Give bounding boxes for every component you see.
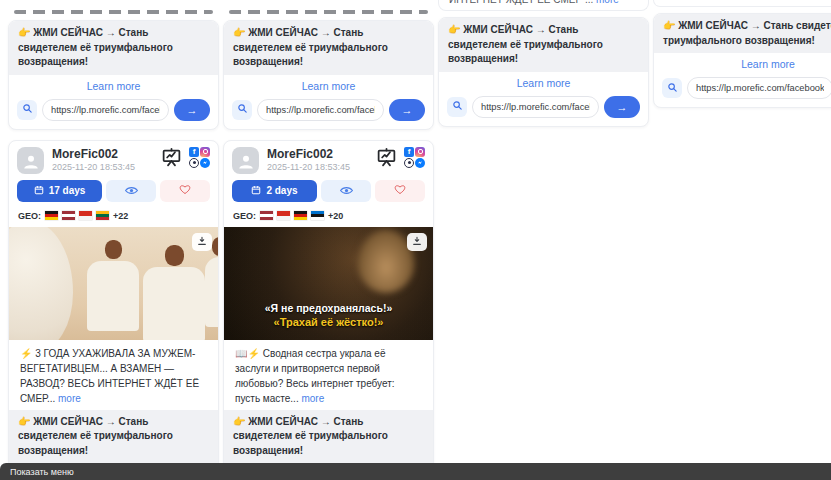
url-row: → [654, 74, 831, 107]
ad-headline: 👉 ЖМИ СЕЙЧАС → Стань свидетелем её триум… [224, 21, 433, 75]
days-label: 17 days [49, 185, 86, 196]
eye-icon [340, 183, 353, 198]
card-header: MoreFic002 2025-11-20 18:53:45 f [9, 141, 218, 176]
geo-flags [45, 211, 109, 220]
more-link[interactable]: more [58, 393, 81, 404]
days-label: 2 days [266, 185, 297, 196]
account-info: MoreFic002 2025-11-20 18:53:45 [52, 147, 135, 172]
account-name: MoreFic002 [267, 147, 350, 161]
calendar-icon [251, 185, 261, 197]
search-button[interactable] [447, 97, 467, 117]
country-flag-icon [311, 211, 324, 220]
landing-url-input[interactable] [687, 77, 831, 99]
favorite-button[interactable] [160, 180, 210, 202]
country-flag-icon [96, 211, 109, 220]
creative-datetime: 2025-11-20 18:53:45 [267, 162, 350, 172]
creatives-grid: 👉 ЖМИ СЕЙЧАС → Стань свидетелем её триум… [0, 0, 831, 480]
creative-figure [212, 237, 218, 256]
landing-url-input[interactable] [42, 99, 169, 121]
card-actions: 17 days [9, 176, 218, 210]
audience-network-icon [189, 158, 199, 168]
overlay-line-1: «Я не предохранялась!» [224, 302, 433, 314]
creative-card-footer: 👉 ЖМИ СЕЙЧАС → Стань свидетелем её триум… [438, 17, 649, 127]
geo-row: GEO: +22 [9, 210, 218, 227]
open-url-button[interactable]: → [389, 99, 425, 121]
creative-image[interactable]: «Я не предохранялась!» «Трахай её жёстко… [224, 227, 433, 340]
avatar [17, 147, 44, 174]
url-row: → [224, 96, 433, 129]
heart-icon [394, 183, 406, 198]
presentation-chart-icon[interactable] [376, 147, 397, 172]
days-active-button[interactable]: 17 days [17, 180, 102, 202]
eye-icon [125, 183, 138, 198]
download-image-button[interactable] [192, 233, 212, 251]
ad-headline: 👉 ЖМИ СЕЙЧАС → Стань свидетелем её триум… [224, 410, 433, 464]
grid-column-4: 👉 ЖМИ СЕЙЧАС → Стань свидетелем её триум… [653, 0, 831, 108]
more-link[interactable]: more [596, 0, 619, 5]
creative-card-footer: 👉 ЖМИ СЕЙЧАС → Стань свидетелем её триум… [223, 20, 434, 130]
learn-more-link[interactable]: Learn more [654, 53, 831, 74]
url-row: → [9, 96, 218, 129]
search-button[interactable] [232, 100, 252, 120]
avatar [232, 147, 259, 174]
account-name: MoreFic002 [52, 147, 135, 161]
creative-card: MoreFic002 2025-11-20 18:53:45 f 17 [8, 140, 219, 480]
bottom-menu-bar: Показать меню [0, 463, 831, 480]
landing-url-input[interactable] [257, 99, 384, 121]
download-image-button[interactable] [407, 233, 427, 251]
card-actions: 2 days [224, 176, 433, 210]
ad-headline: 👉 ЖМИ СЕЙЧАС → Стань свидетелем её триум… [439, 18, 648, 72]
open-url-button[interactable]: → [174, 99, 210, 121]
geo-label: GEO: [18, 211, 41, 221]
favorite-button[interactable] [375, 180, 425, 202]
preview-button[interactable] [321, 180, 371, 202]
creative-card: MoreFic002 2025-11-20 18:53:45 f 2 [223, 140, 434, 480]
open-url-button[interactable]: → [604, 96, 640, 118]
messenger-icon [200, 158, 210, 168]
url-row: → [439, 93, 648, 126]
creative-image[interactable] [9, 227, 218, 340]
creative-figure [143, 267, 205, 340]
header-icons: f [161, 147, 210, 172]
search-button[interactable] [662, 78, 682, 98]
creative-card-footer: 👉 ЖМИ СЕЙЧАС → Стань свидетелем её триум… [8, 20, 219, 130]
learn-more-link[interactable]: Learn more [9, 75, 218, 96]
preview-button[interactable] [106, 180, 156, 202]
presentation-chart-icon[interactable] [161, 147, 182, 172]
ad-headline: 👉 ЖМИ СЕЙЧАС → Стань свидетелем её триум… [9, 410, 218, 464]
search-icon [237, 102, 248, 117]
creative-figure [165, 245, 184, 266]
instagram-icon [415, 147, 425, 157]
grid-column-1: 👉 ЖМИ СЕЙЧАС → Стань свидетелем её триум… [8, 0, 219, 480]
card-header: MoreFic002 2025-11-20 18:53:45 f [224, 141, 433, 176]
show-menu-button[interactable]: Показать меню [10, 467, 74, 477]
creative-description: ⚡ 3 ГОДА УХАЖИВАЛА ЗА МУЖЕМ-ВЕГЕТАТИВЦЕМ… [9, 340, 218, 410]
facebook-icon: f [189, 147, 199, 157]
messenger-icon [415, 158, 425, 168]
geo-extra-count: +22 [113, 211, 128, 221]
more-link[interactable]: more [301, 393, 324, 404]
country-flag-icon [62, 211, 75, 220]
heart-icon [179, 183, 191, 198]
instagram-icon [200, 147, 210, 157]
learn-more-link[interactable]: Learn more [224, 75, 433, 96]
search-icon [22, 102, 33, 117]
geo-extra-count: +20 [328, 211, 343, 221]
person-icon [22, 152, 40, 174]
learn-more-link[interactable]: Learn more [439, 72, 648, 93]
days-active-button[interactable]: 2 days [232, 180, 317, 202]
account-info: MoreFic002 2025-11-20 18:53:45 [267, 147, 350, 172]
grid-column-3: ИНТЕРНЕТ ЖДЁТ ЕЁ СМЕР ... more 👉 ЖМИ СЕЙ… [438, 0, 649, 127]
geo-label: GEO: [233, 211, 256, 221]
clipped-card-remnant [14, 10, 213, 14]
truncated-description: ИНТЕРНЕТ ЖДЁТ ЕЁ СМЕР ... more [449, 0, 638, 5]
clipped-card-remnant [653, 0, 831, 7]
search-icon [452, 99, 463, 114]
placements-icons: f [404, 147, 425, 168]
ad-headline: 👉 ЖМИ СЕЙЧАС → Стань свидетелем её триум… [9, 21, 218, 75]
landing-url-input[interactable] [472, 96, 599, 118]
country-flag-icon [294, 211, 307, 220]
header-icons: f [376, 147, 425, 172]
search-button[interactable] [17, 100, 37, 120]
ad-headline: 👉 ЖМИ СЕЙЧАС → Стань свидетелем её триум… [654, 14, 831, 53]
